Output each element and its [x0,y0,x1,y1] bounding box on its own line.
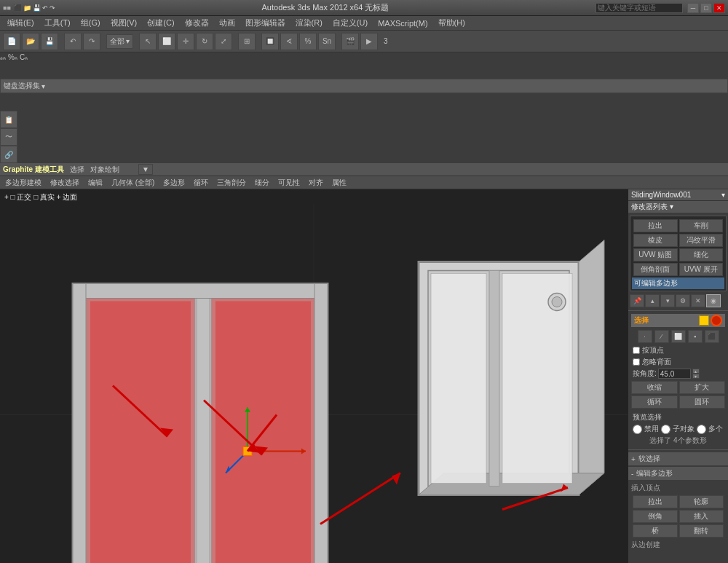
titlebar: ■■ ⬛ 📁 💾 ↶ ↷ Autodesk 3ds Max 2012 x64 无… [0,0,728,16]
search-bar[interactable] [591,3,687,13]
mod-extrude[interactable]: 拉出 [633,219,678,232]
menubar-item-1[interactable]: 工具(T) [40,17,75,29]
preview-off-radio[interactable] [633,425,642,434]
polygon-mode[interactable]: ▪ [688,330,703,343]
quick-render[interactable]: ▶ [360,33,378,50]
menubar-item-10[interactable]: MAXScript(M) [373,18,432,28]
undo-button[interactable]: ↶ [64,33,82,50]
grow-btn[interactable]: 扩大 [679,381,726,394]
subtoolbar-item-0[interactable]: 多边形建模 [3,178,44,188]
minimize-button[interactable]: ─ [687,3,699,13]
edge-mode[interactable]: ⁄ [654,330,669,343]
scale-tool[interactable]: ⤢ [215,33,232,50]
soft-select-collapse[interactable]: + 软选择 [628,452,728,465]
loop-btn[interactable]: 循环 [631,395,678,409]
border-mode[interactable]: ⬜ [671,330,686,343]
menubar-item-6[interactable]: 动画 [215,17,240,29]
close-button[interactable]: ✕ [713,3,725,13]
title-text: Autodesk 3ds Max 2012 x64 无标题 [60,2,591,13]
mod-lathe[interactable]: 车削 [679,219,724,232]
redo-button[interactable]: ↷ [83,33,100,50]
edit-poly-collapse[interactable]: - 编辑多边形 [628,467,728,480]
viewport-area[interactable]: + □ 正交 □ 真实 + 边面 [0,189,628,563]
shrink-btn[interactable]: 收缩 [631,381,678,394]
modifier-up[interactable]: ▴ [645,294,660,307]
subtoolbar-item-3[interactable]: 几何体 (全部) [109,178,157,188]
render-setup[interactable]: 🎬 [341,33,359,50]
mod-tessellate[interactable]: 细化 [679,248,724,261]
menubar-item-8[interactable]: 渲染(R) [291,17,327,29]
pin-modifier[interactable]: 📌 [630,294,644,307]
subtoolbar-item-5[interactable]: 循环 [191,178,210,188]
modifier-list-label[interactable]: 修改器列表 ▾ [628,201,728,213]
header-dropdown-icon[interactable]: ▾ [721,191,725,199]
subtoolbar-item-1[interactable]: 修改选择 [48,178,82,188]
select-region[interactable]: ⬜ [158,33,175,50]
extrude-btn[interactable]: 拉出 [633,495,678,508]
threshold-down[interactable]: ▾ [692,374,700,379]
spinner-snap[interactable]: Sn [318,33,336,50]
angle-snap[interactable]: ∢ [280,33,298,50]
subtoolbar-item-6[interactable]: 三角剖分 [215,178,248,188]
mod-shell[interactable]: 棱皮 [633,234,678,247]
preview-sub-radio[interactable] [661,425,670,434]
menubar-item-7[interactable]: 图形编辑器 [241,17,290,29]
ignoreback-checkbox[interactable] [633,358,640,366]
percent-snap[interactable]: % [299,33,317,50]
mod-uvwunwrap[interactable]: UVW 展开 [679,263,724,276]
mod-uvwmap[interactable]: UVW 贴图 [633,248,678,261]
modifier-settings[interactable]: ⚙ [676,294,690,307]
chamfer-btn[interactable]: 轮廓 [679,495,724,508]
menubar-item-0[interactable]: 编辑(E) [3,17,39,29]
subtoolbar-item-10[interactable]: 属性 [330,178,349,188]
new-button[interactable]: 📄 [3,33,20,50]
mod-bevelprofile[interactable]: 倒角剖面 [633,263,678,276]
threshold-field[interactable] [658,369,691,379]
graphite-freeform[interactable]: 选择 [70,165,84,175]
schematic[interactable]: 🔗 [0,146,17,163]
insert-btn[interactable]: 插入 [679,510,724,523]
select-filter-dropdown[interactable]: 全部 ▾ [106,34,133,49]
element-mode[interactable]: ⬛ [705,330,719,343]
byvertex-checkbox[interactable] [633,347,640,354]
vertex-mode[interactable]: · [638,330,652,343]
menubar-item-4[interactable]: 创建(C) [143,17,178,29]
preview-multi-radio[interactable] [697,425,706,434]
named-selection-dropdown[interactable]: 键盘选择集 ▾ [0,79,728,93]
graphite-select[interactable]: 对象绘制 [90,165,119,175]
select-tool[interactable]: ↖ [139,33,157,50]
threshold-up[interactable]: ▴ [692,369,700,374]
modifier-delete[interactable]: ✕ [691,294,705,307]
flip-btn[interactable]: 翻转 [679,524,724,538]
subtoolbar-item-7[interactable]: 细分 [253,178,272,188]
keyword-search-input[interactable] [596,3,683,13]
modifier-list-dropdown-icon[interactable]: ▾ [670,202,673,210]
menubar-item-5[interactable]: 修改器 [181,17,213,29]
menubar-item-11[interactable]: 帮助(H) [434,17,470,29]
subtoolbar-item-9[interactable]: 对齐 [306,178,325,188]
rotate-tool[interactable]: ↻ [196,33,213,50]
subtoolbar-item-2[interactable]: 编辑 [86,178,105,188]
from-edge-label: 从边创建 [631,539,725,551]
layer-manager[interactable]: 📋 [0,111,17,128]
mod-meshsmooth[interactable]: 冯纹平滑 [679,234,724,247]
menubar-item-9[interactable]: 自定义(U) [328,17,372,29]
ring-btn[interactable]: 圆环 [679,395,726,409]
menubar-item-2[interactable]: 组(G) [76,17,105,29]
bridge-btn[interactable]: 桥 [633,524,678,538]
bevel-btn[interactable]: 倒角 [633,510,678,523]
subtoolbar-item-8[interactable]: 可见性 [276,178,302,188]
move-tool[interactable]: ✛ [177,33,194,50]
menubar-item-3[interactable]: 视图(V) [106,17,142,29]
maximize-button[interactable]: □ [700,3,712,13]
modifier-active-indicator[interactable]: ◉ [706,294,721,307]
save-button[interactable]: 💾 [41,33,58,50]
curve-editor[interactable]: 〜 [0,128,17,146]
open-button[interactable]: 📂 [22,33,39,50]
graphite-toggle[interactable]: ▼ [138,164,153,175]
reference-coord[interactable]: ⊞ [238,33,256,50]
snap-toggle[interactable]: 🔲 [261,33,279,50]
subtoolbar-item-4[interactable]: 多边形 [161,178,187,188]
active-modifier[interactable]: 可编辑多边形 [632,277,724,289]
modifier-down[interactable]: ▾ [660,294,675,307]
